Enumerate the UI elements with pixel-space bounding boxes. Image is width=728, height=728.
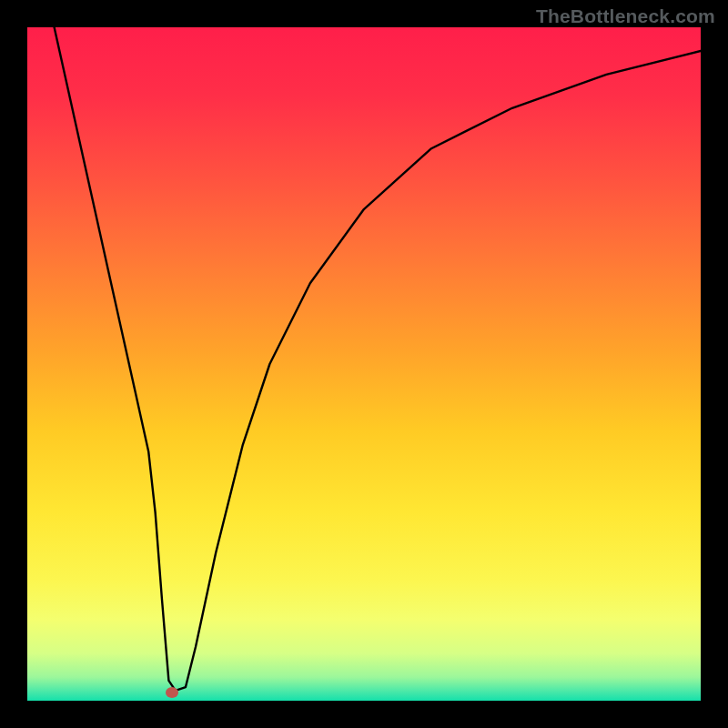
chart-svg (27, 27, 701, 701)
watermark-text: TheBottleneck.com (536, 5, 715, 27)
chart-container: TheBottleneck.com (0, 0, 728, 728)
min-point-marker (166, 687, 178, 698)
plot-area (27, 27, 701, 701)
